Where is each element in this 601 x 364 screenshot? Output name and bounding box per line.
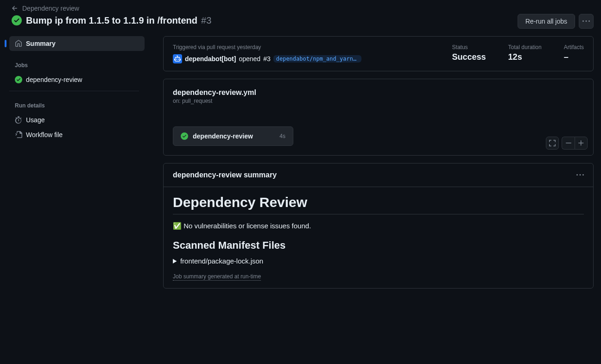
sidebar-item-label: Usage xyxy=(26,116,44,124)
header-actions: Re-run all jobs xyxy=(518,5,594,29)
summary-body: Dependency Review ✅ No vulnerabilities o… xyxy=(164,187,593,288)
home-icon xyxy=(15,40,22,47)
breadcrumb[interactable]: Dependency review xyxy=(11,5,518,12)
zoom-out-button[interactable] xyxy=(562,137,575,150)
breadcrumb-link[interactable]: Dependency review xyxy=(22,5,79,12)
duration-label: Total duration xyxy=(508,44,542,50)
check-circle-icon xyxy=(181,132,188,140)
actor-row: dependabot[bot] opened #3 dependabot/npm… xyxy=(173,54,430,63)
sidebar-item-label: Summary xyxy=(26,40,56,47)
plus-icon xyxy=(577,139,585,147)
check-circle-icon xyxy=(11,15,22,26)
page-title: Bump ip from 1.1.5 to 1.1.9 in /frontend xyxy=(26,15,197,26)
job-name: dependency-review xyxy=(193,132,275,140)
actor-name[interactable]: dependabot[bot] xyxy=(185,55,236,63)
action-text: opened xyxy=(239,55,260,63)
sidebar-item-label: Workflow file xyxy=(26,131,63,138)
minus-icon xyxy=(565,139,572,147)
kebab-horizontal-icon xyxy=(582,18,590,25)
status-label: Status xyxy=(452,44,486,50)
sidebar-item-workflow-file[interactable]: Workflow file xyxy=(9,127,145,142)
kebab-menu-button[interactable] xyxy=(579,14,594,29)
sidebar-item-label: dependency-review xyxy=(26,76,82,83)
kebab-horizontal-icon[interactable] xyxy=(576,171,584,179)
title-number: #3 xyxy=(201,15,211,26)
fullscreen-button[interactable] xyxy=(546,137,559,150)
trigger-description: Triggered via pull request yesterday xyxy=(173,44,430,50)
file-icon xyxy=(15,131,22,138)
summary-card: dependency-review summary Dependency Rev… xyxy=(163,163,594,289)
pr-number[interactable]: #3 xyxy=(263,55,271,63)
sidebar-run-details-header: Run details xyxy=(9,99,145,113)
arrow-left-icon xyxy=(11,5,19,12)
duration-value: 12s xyxy=(508,52,542,62)
container: Summary Jobs dependency-review Run detai… xyxy=(0,36,601,296)
sidebar-item-summary[interactable]: Summary xyxy=(9,36,145,51)
title-row: Bump ip from 1.1.5 to 1.1.9 in /frontend… xyxy=(11,15,518,26)
manifest-summary[interactable]: frontend/package-lock.json xyxy=(173,257,584,265)
header-left: Dependency review Bump ip from 1.1.5 to … xyxy=(11,5,518,26)
artifacts-label: Artifacts xyxy=(564,44,584,50)
rerun-all-jobs-button[interactable]: Re-run all jobs xyxy=(518,14,575,29)
sidebar-jobs-header: Jobs xyxy=(9,58,145,72)
sidebar-item-usage[interactable]: Usage xyxy=(9,113,145,127)
zoom-group xyxy=(562,137,588,150)
sidebar-divider xyxy=(9,91,139,91)
sidebar: Summary Jobs dependency-review Run detai… xyxy=(0,36,148,296)
main-content: Triggered via pull request yesterday dep… xyxy=(148,36,601,296)
fullscreen-icon xyxy=(549,139,556,147)
branch-label[interactable]: dependabot/npm_and_yarn/… xyxy=(273,55,361,63)
summary-card-header: dependency-review summary xyxy=(164,163,593,187)
workflow-card: dependency-review.yml on: pull_request d… xyxy=(163,79,594,156)
check-circle-icon xyxy=(15,76,22,83)
status-col: Status Success xyxy=(452,44,486,63)
stopwatch-icon xyxy=(15,116,22,124)
status-value: Success xyxy=(452,52,486,62)
workflow-trigger: on: pull_request xyxy=(173,98,584,104)
duration-col: Total duration 12s xyxy=(508,44,542,63)
artifacts-value: – xyxy=(564,52,584,62)
artifacts-col: Artifacts – xyxy=(564,44,584,63)
trigger-info: Triggered via pull request yesterday dep… xyxy=(173,44,430,63)
zoom-in-button[interactable] xyxy=(575,137,588,150)
summary-status-line: ✅ No vulnerabilities or license issues f… xyxy=(173,222,584,230)
trigger-card: Triggered via pull request yesterday dep… xyxy=(163,36,594,71)
zoom-controls xyxy=(546,137,588,150)
manifest-details[interactable]: frontend/package-lock.json xyxy=(173,257,584,265)
page-header: Dependency review Bump ip from 1.1.5 to … xyxy=(0,0,601,36)
summary-h2: Scanned Manifest Files xyxy=(173,239,584,251)
summary-header-title: dependency-review summary xyxy=(173,171,277,179)
summary-footer: Job summary generated at run-time xyxy=(173,273,261,281)
sidebar-item-job[interactable]: dependency-review xyxy=(9,72,145,87)
job-duration: 4s xyxy=(279,133,285,139)
summary-h1: Dependency Review xyxy=(173,195,584,214)
dependabot-avatar xyxy=(173,54,182,63)
job-box[interactable]: dependency-review 4s xyxy=(173,126,293,146)
workflow-file-name: dependency-review.yml xyxy=(173,88,584,97)
